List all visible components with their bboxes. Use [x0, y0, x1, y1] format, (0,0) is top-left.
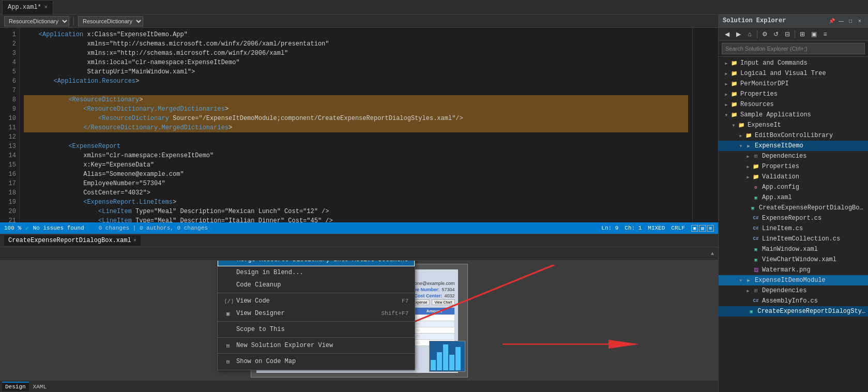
tree-node-label: ExpenseItDemo — [755, 142, 803, 149]
tree-item[interactable]: ▼▶ExpenseItDemo — [719, 141, 868, 151]
sol-refresh-btn[interactable]: ↺ — [771, 29, 781, 39]
tree-node-label: Dependencies — [762, 287, 806, 294]
tree-item[interactable]: ▶📁PerMonitorDPI — [719, 79, 868, 89]
context-menu-separator — [218, 321, 415, 322]
tree-item[interactable]: ▶📁EditBoxControlLibrary — [719, 130, 868, 141]
tree-item[interactable]: 🖼Watermark.png — [719, 265, 868, 275]
line-number: 4 — [0, 58, 16, 67]
tree-item[interactable]: C#LineItem.cs — [719, 223, 868, 234]
tree-item[interactable]: ▶📁Validation — [719, 172, 868, 182]
tree-item[interactable]: C#AssemblyInfo.cs — [719, 296, 868, 306]
context-menu-item-code-cleanup[interactable]: Code Cleanup — [218, 279, 415, 291]
context-menu-item-design-blend[interactable]: Design in Blend... — [218, 266, 415, 279]
tree-item[interactable]: ▼📁ExpenseIt — [719, 120, 868, 130]
close-panel-btn[interactable]: × — [856, 17, 864, 25]
lower-editor: ▲ Create Expense Report Email Alias: Som… — [0, 247, 718, 392]
tree-node-label: LineItemCollection.cs — [762, 235, 840, 243]
ln-label: Ln: 9 — [601, 225, 618, 231]
sol-sep2 — [795, 30, 795, 38]
tree-item[interactable]: ▼📁Sample Applications — [719, 110, 868, 120]
ctx-item-icon: ⟨/⟩ — [224, 298, 232, 305]
sol-collapse-btn[interactable]: ⊟ — [782, 29, 793, 39]
tree-item[interactable]: C#LineItemCollection.cs — [719, 234, 868, 244]
code-line: CostCenter="4032"> — [24, 188, 688, 198]
tree-item[interactable]: ▶📁Properties — [719, 161, 868, 172]
code-line — [24, 86, 688, 95]
context-menu-item-new-sol[interactable]: ⊞New Solution Explorer View — [218, 339, 415, 352]
tree-item[interactable]: ▣ViewChartWindow.xaml — [719, 254, 868, 265]
issues-label: No issues found — [33, 225, 84, 231]
tree-item[interactable]: ▶📁Logical and Visual Tree — [719, 68, 868, 79]
sol-back-btn[interactable]: ◀ — [722, 29, 732, 39]
zoom-level[interactable]: 100 % — [4, 225, 21, 231]
xaml-tab[interactable]: XAML — [30, 382, 50, 391]
tree-item[interactable]: ▶⊞Dependencies — [719, 285, 868, 296]
tree-node-icon: ⊞ — [752, 287, 760, 294]
expand-btn[interactable]: □ — [846, 17, 855, 25]
tree-item[interactable]: ▣MainWindow.xaml — [719, 244, 868, 254]
ctx-item-icon: ⊞ — [224, 342, 232, 349]
pin-btn[interactable]: 📌 — [828, 17, 836, 25]
minimize-btn[interactable]: — — [837, 17, 845, 25]
solution-explorer-panel: Solution Explorer 📌 — □ × ◀ ▶ ⌂ ⚙ ↺ ⊟ ⊞ … — [718, 14, 868, 392]
view-toggles[interactable]: ▣ ▤ ⊞ — [691, 225, 714, 232]
code-line: </ResourceDictionary.MergedDictionaries> — [24, 123, 688, 132]
cost-center-label: Cost Center: — [414, 293, 442, 298]
tree-node-label: ExpenseIt — [748, 122, 781, 129]
dialog-box-tab[interactable]: CreateExpenseReportDialogBox.xaml × — [4, 235, 141, 246]
tree-arrow-icon: ▶ — [723, 92, 730, 97]
tree-item[interactable]: ▣App.xaml — [719, 192, 868, 203]
tree-item[interactable]: ▶⊞Dependencies — [719, 151, 868, 161]
context-menu-item-view-code[interactable]: ⟨/⟩View CodeF7 — [218, 295, 415, 307]
tree-node-icon: ▶ — [744, 277, 753, 284]
context-menu: OpenOpen With...Merge Resource Dictionar… — [217, 261, 415, 370]
tree-item[interactable]: ▶📁Properties — [719, 89, 868, 99]
context-menu-item-code-map[interactable]: ⊞Show on Code Map — [218, 355, 415, 368]
sol-sep1 — [757, 30, 757, 38]
solution-tree: ▶📁Input and Commands▶📁Logical and Visual… — [719, 57, 868, 392]
tree-item[interactable]: ▶📁Input and Commands — [719, 58, 868, 68]
context-menu-item-merge-resource[interactable]: Merge Resource Dictionary Into Active Do… — [218, 261, 415, 266]
tree-item[interactable]: ⚙App.config — [719, 182, 868, 192]
tree-item[interactable]: ▼▶ExpenseItDemoModule — [719, 275, 868, 285]
tree-arrow-icon: ▶ — [723, 61, 730, 66]
tree-item[interactable]: ▣CreateExpenseReportDialogStyles.xaml — [719, 306, 868, 316]
design-tab[interactable]: Design — [2, 382, 29, 391]
sol-filter-btn[interactable]: ≡ — [820, 29, 830, 39]
sol-preview-btn[interactable]: ▣ — [809, 29, 819, 39]
tree-node-label: Watermark.png — [762, 266, 811, 274]
tree-node-label: AssemblyInfo.cs — [762, 297, 818, 305]
line-numbers: 12345678910111213141516171819202122 — [0, 28, 20, 222]
line-number: 7 — [0, 86, 16, 95]
tree-arrow-icon: ▶ — [737, 133, 744, 138]
close-tab-btn[interactable]: × — [44, 5, 48, 10]
status-left: 100 % ✓ No issues found 0 changes | 0 au… — [4, 225, 208, 232]
tree-node-icon: C# — [752, 297, 760, 305]
sol-home-btn[interactable]: ⌂ — [744, 29, 755, 39]
line-number: 17 — [0, 179, 16, 188]
tree-item[interactable]: C#ExpenseReport.cs — [719, 213, 868, 223]
code-line: xmlns="clr-namespace:ExpenseItDemo" — [24, 151, 688, 160]
app-xaml-tab[interactable]: App.xaml* × — [2, 0, 53, 14]
design-view-tabs: Design XAML — [0, 381, 718, 392]
solution-explorer-header: Solution Explorer 📌 — □ × — [719, 14, 868, 27]
line-number: 20 — [0, 207, 16, 216]
tree-item[interactable]: ▣CreateExpenseReportDialogBox.xaml — [719, 203, 868, 213]
toolbar-sep — [73, 17, 74, 25]
code-content[interactable]: <Application x:Class="ExpenseItDemo.App"… — [20, 28, 692, 222]
tree-item[interactable]: ▶📁Resources — [719, 99, 868, 110]
solution-search-input[interactable] — [722, 43, 865, 54]
sol-settings-btn[interactable]: ⚙ — [759, 29, 770, 39]
context-menu-item-scope[interactable]: Scope to This — [218, 323, 415, 336]
context-menu-item-view-designer[interactable]: ▣View DesignerShift+F7 — [218, 307, 415, 320]
tree-node-icon: ▶ — [744, 142, 753, 149]
scope-dropdown[interactable]: ResourceDictionary — [4, 16, 69, 26]
tree-node-label: Sample Applications — [740, 111, 811, 118]
view-chart-btn[interactable]: View Chart — [432, 299, 454, 305]
dialog-tab-close[interactable]: × — [133, 238, 136, 244]
code-line: xmlns:local="clr-namespace:ExpenseItDemo… — [24, 58, 688, 67]
context-menu-separator — [218, 293, 415, 293]
sol-forward-btn[interactable]: ▶ — [733, 29, 743, 39]
member-dropdown[interactable]: ResourceDictionary — [78, 16, 143, 26]
sol-view-btn[interactable]: ⊞ — [797, 29, 808, 39]
